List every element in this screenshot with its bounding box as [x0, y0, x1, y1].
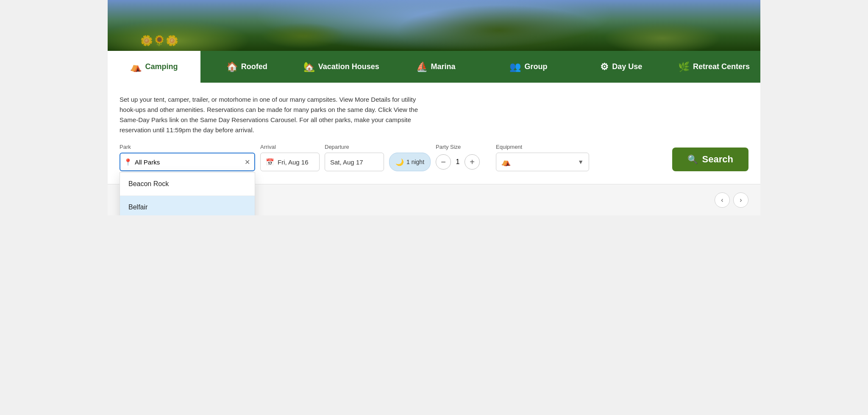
- departure-date-value: Sat, Aug 17: [330, 159, 363, 166]
- tab-camping[interactable]: ⛺ Camping: [108, 51, 200, 83]
- departure-label: Departure: [325, 144, 384, 150]
- vacation-icon: 🏡: [303, 61, 315, 72]
- search-form: Park 📍 ✕ Beacon Rock Belfair Birch Bay B…: [108, 144, 760, 184]
- carousel-next-button[interactable]: ›: [733, 192, 748, 208]
- tab-group[interactable]: 👥 Group: [482, 51, 575, 83]
- equipment-select[interactable]: ⛺ ▼: [496, 153, 589, 171]
- tab-group-label: Group: [524, 62, 547, 71]
- tab-day-use-label: Day Use: [612, 62, 642, 71]
- group-icon: 👥: [509, 61, 521, 72]
- arrival-calendar-icon: 📅: [266, 158, 274, 166]
- park-field-group: Park 📍 ✕ Beacon Rock Belfair Birch Bay B…: [120, 144, 255, 171]
- carousel-next-icon: ›: [740, 196, 742, 204]
- dropdown-item-beacon-rock[interactable]: Beacon Rock: [120, 173, 255, 196]
- search-button-icon: 🔍: [687, 154, 698, 164]
- tab-roofed[interactable]: 🏠 Roofed: [200, 51, 293, 83]
- hero-image: [108, 0, 760, 51]
- tab-roofed-label: Roofed: [241, 62, 267, 71]
- arrival-date-field[interactable]: 📅 Fri, Aug 16: [260, 153, 320, 171]
- tent-icon: ⛺: [501, 157, 511, 167]
- tab-marina[interactable]: ⛵ Marina: [389, 51, 482, 83]
- search-button-label: Search: [702, 154, 733, 165]
- arrival-field-group: Arrival 📅 Fri, Aug 16: [260, 144, 320, 171]
- marina-icon: ⛵: [416, 61, 428, 72]
- departure-date-field[interactable]: Sat, Aug 17: [325, 153, 384, 171]
- moon-icon: 🌙: [395, 158, 404, 166]
- dropdown-item-belfair[interactable]: Belfair: [120, 196, 255, 215]
- tab-navigation: ⛺ Camping 🏠 Roofed 🏡 Vacation Houses ⛵ M…: [108, 51, 760, 83]
- equipment-label: Equipment: [496, 144, 589, 150]
- tab-day-use[interactable]: ⚙ Day Use: [575, 51, 668, 83]
- tab-vacation-label: Vacation Houses: [318, 62, 379, 71]
- tab-camping-label: Camping: [145, 62, 178, 71]
- equipment-dropdown-arrow: ▼: [578, 159, 584, 165]
- tab-retreat-centers[interactable]: 🌿 Retreat Centers: [668, 51, 760, 83]
- location-icon: 📍: [124, 158, 132, 166]
- party-size-value: 1: [453, 158, 462, 166]
- arrival-label: Arrival: [260, 144, 320, 150]
- decrease-party-button[interactable]: −: [436, 154, 451, 170]
- park-input[interactable]: [135, 159, 241, 166]
- carousel-prev-icon: ‹: [721, 196, 723, 204]
- tab-vacation-houses[interactable]: 🏡 Vacation Houses: [293, 51, 389, 83]
- roofed-icon: 🏠: [226, 61, 238, 72]
- arrival-date-value: Fri, Aug 16: [278, 159, 309, 166]
- park-label: Park: [120, 144, 255, 150]
- carousel-prev-button[interactable]: ‹: [715, 192, 730, 208]
- search-button-wrapper: 🔍 Search: [594, 148, 748, 171]
- night-badge-group: 🌙 1 night: [389, 153, 431, 171]
- departure-field-group: Departure Sat, Aug 17: [325, 144, 384, 171]
- day-use-icon: ⚙: [600, 61, 609, 72]
- park-input-wrapper: 📍 ✕: [120, 153, 255, 171]
- camping-icon: ⛺: [130, 61, 142, 72]
- night-count: 1 night: [406, 159, 424, 165]
- party-size-label: Party Size: [436, 144, 491, 150]
- tab-marina-label: Marina: [431, 62, 456, 71]
- retreat-icon: 🌿: [678, 61, 690, 72]
- night-badge[interactable]: 🌙 1 night: [389, 153, 431, 171]
- search-button[interactable]: 🔍 Search: [672, 148, 748, 171]
- tab-retreat-label: Retreat Centers: [693, 62, 750, 71]
- party-size-control: − 1 +: [436, 153, 491, 171]
- party-size-group: Party Size − 1 +: [436, 144, 491, 171]
- increase-party-button[interactable]: +: [465, 154, 480, 170]
- equipment-group: Equipment ⛺ ▼: [496, 144, 589, 171]
- carousel-arrows: ‹ ›: [715, 192, 748, 208]
- park-dropdown: Beacon Rock Belfair Birch Bay Blake Isla…: [120, 172, 255, 215]
- camping-description: Set up your tent, camper, trailer, or mo…: [108, 83, 430, 144]
- clear-park-button[interactable]: ✕: [244, 157, 251, 167]
